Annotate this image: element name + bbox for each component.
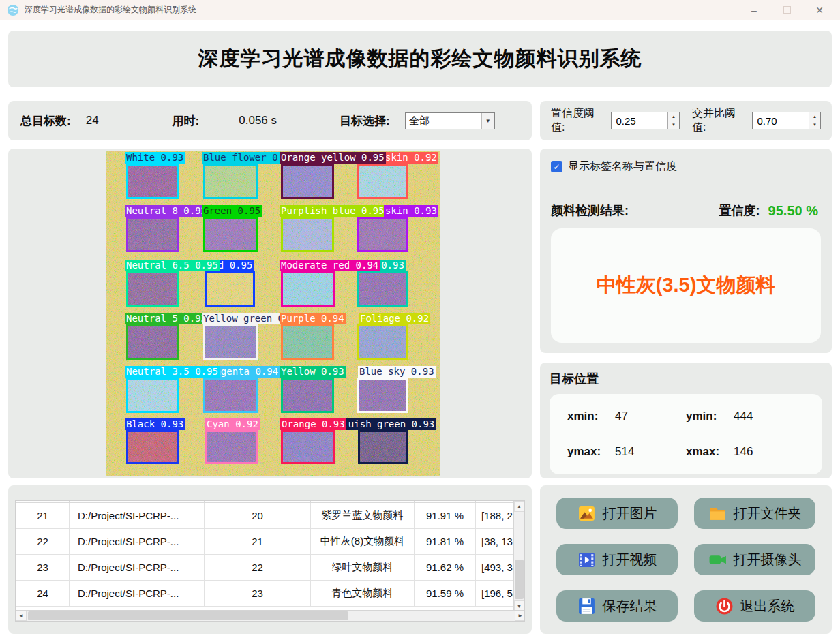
detection-box — [126, 324, 179, 360]
detection-box — [358, 430, 408, 464]
target-position-panel: 目标位置 xmin: 47 ymin: 444 ymax: 514 xmax: … — [540, 363, 832, 478]
ymax-field: ymax: 514 — [567, 443, 686, 461]
table-row[interactable]: 22D:/Project/SI-PCRP-...21中性灰(8)文物颜料91.8… — [16, 528, 515, 554]
detection-label: Purplish blue 0.95 — [280, 205, 386, 217]
detection-box — [281, 324, 334, 360]
ymin-value: 444 — [734, 410, 753, 423]
iou-spin-down-icon[interactable]: ▼ — [809, 121, 820, 129]
vertical-scroll-thumb[interactable] — [515, 560, 524, 599]
detection-label: Cyan 0.92 — [205, 418, 260, 430]
xmin-value: 47 — [615, 410, 628, 423]
detection-box — [357, 217, 408, 252]
detection-label: Moderate red 0.94 — [280, 260, 380, 271]
detection-label: Purple 0.94 — [280, 313, 346, 324]
table-row[interactable]: 21D:/Project/SI-PCRP-...20紫罗兰蓝文物颜料91.91 … — [16, 502, 515, 528]
xmin-label: xmin: — [567, 410, 615, 423]
detection-image: White 0.93Blue flower 0.94Orange yellow … — [106, 151, 440, 476]
detection-box — [203, 217, 258, 252]
horizontal-scrollbar[interactable]: ◄ ► — [16, 610, 525, 621]
xmax-value: 146 — [734, 445, 753, 459]
open-folder-button[interactable]: 打开文件夹 — [694, 498, 815, 529]
open-camera-button[interactable]: 打开摄像头 — [694, 544, 815, 575]
save-icon — [578, 597, 596, 615]
result-display-box: 中性灰(3.5)文物颜料 — [551, 228, 821, 343]
iou-spin-up-icon[interactable]: ▲ — [809, 112, 820, 121]
xmin-field: xmin: 47 — [567, 408, 686, 425]
open-image-button[interactable]: 打开图片 — [556, 498, 678, 529]
target-select-value: 全部 — [406, 114, 481, 127]
close-button[interactable]: ✕ — [806, 1, 833, 19]
iou-threshold-spinbox[interactable]: ▲ ▼ — [752, 112, 821, 129]
page-title: 深度学习光谱成像数据的彩绘文物颜料识别系统 — [198, 45, 642, 73]
detection-label: White 0.93 — [125, 152, 185, 164]
open-folder-label: 打开文件夹 — [734, 504, 802, 523]
detection-box — [281, 430, 335, 464]
scroll-left-icon[interactable]: ◄ — [16, 611, 27, 621]
detection-result-panel: ✓ 显示标签名称与置信度 颜料检测结果: 置信度: 95.50 % 中性灰(3.… — [540, 149, 832, 353]
ymax-value: 514 — [615, 445, 634, 459]
conf-threshold-label: 置信度阈值: — [551, 106, 604, 135]
detection-box — [203, 324, 258, 360]
open-video-label: 打开视频 — [603, 551, 657, 569]
open-image-label: 打开图片 — [603, 504, 657, 523]
maximize-button[interactable] — [773, 1, 800, 19]
result-label: 颜料检测结果: — [551, 202, 629, 219]
xmax-label: xmax: — [686, 445, 734, 459]
total-targets-label: 总目标数: — [20, 113, 71, 129]
video-icon — [578, 551, 596, 569]
title-bar: 深度学习光谱成像数据的彩绘文物颜料识别系统 – ✕ — [0, 0, 840, 20]
results-table: 序号 文件路径 目标编号 类别 置信度 坐标位置 21D:/Project/SI… — [16, 501, 515, 607]
detection-box — [205, 430, 258, 464]
conf-threshold-input[interactable] — [612, 112, 668, 129]
target-select-dropdown[interactable]: 全部 ▼ — [405, 112, 495, 129]
table-row[interactable]: 23D:/Project/SI-PCRP-...22绿叶文物颜料91.62 %[… — [16, 554, 515, 580]
minimize-button[interactable]: – — [740, 1, 768, 19]
detection-label: Neutral 8 0.92 — [125, 205, 208, 217]
detection-box — [281, 378, 334, 413]
result-text: 中性灰(3.5)文物颜料 — [597, 272, 776, 299]
total-targets-value: 24 — [86, 114, 99, 127]
header-banner: 深度学习光谱成像数据的彩绘文物颜料识别系统 — [8, 31, 832, 87]
scroll-right-icon[interactable]: ► — [515, 611, 525, 621]
detection-label: Bluish green 0.93 — [335, 418, 436, 430]
conf-spin-down-icon[interactable]: ▼ — [668, 121, 679, 129]
exit-system-label: 退出系统 — [740, 597, 795, 615]
table-row[interactable]: 24D:/Project/SI-PCRP-...23青色文物颜料91.59 %[… — [16, 580, 515, 606]
detection-label: Foliage 0.92 — [359, 313, 430, 324]
image-icon — [578, 504, 596, 523]
conf-spin-up-icon[interactable]: ▲ — [668, 112, 679, 121]
detection-box — [357, 324, 408, 360]
ymax-label: ymax: — [567, 445, 615, 459]
show-labels-checkbox[interactable]: ✓ — [551, 161, 562, 172]
scroll-up-icon[interactable]: ▲ — [514, 501, 524, 512]
conf-threshold-spinbox[interactable]: ▲ ▼ — [611, 112, 680, 129]
iou-threshold-input[interactable] — [753, 112, 809, 129]
image-panel: White 0.93Blue flower 0.94Orange yellow … — [8, 149, 532, 478]
actions-panel: 打开图片 打开文件夹 打开视频 打开摄像头 — [540, 485, 832, 634]
threshold-bar: 置信度阈值: ▲ ▼ 交并比阈值: ▲ ▼ — [540, 101, 832, 140]
ymin-label: ymin: — [686, 410, 734, 423]
target-position-title: 目标位置 — [550, 371, 822, 387]
camera-icon — [708, 551, 727, 569]
open-video-button[interactable]: 打开视频 — [556, 544, 678, 575]
confidence-label: 置信度: — [719, 202, 760, 219]
app-icon — [7, 4, 19, 16]
detection-label: Yellow 0.93 — [280, 366, 346, 378]
results-table-panel: 序号 文件路径 目标编号 类别 置信度 坐标位置 21D:/Project/SI… — [8, 485, 532, 634]
vertical-scrollbar[interactable]: ▲ ▼ — [513, 501, 524, 611]
show-labels-label: 显示标签名称与置信度 — [568, 159, 677, 174]
exit-system-button[interactable]: 退出系统 — [694, 590, 815, 622]
detection-label: Neutral 3.5 0.95 — [125, 366, 220, 378]
detection-label: Neutral 6.5 0.95 — [125, 260, 220, 271]
detection-box — [357, 271, 408, 307]
detection-box — [281, 217, 334, 252]
detection-label: Black 0.93 — [125, 418, 185, 430]
horizontal-scroll-thumb[interactable] — [28, 611, 348, 620]
chevron-down-icon[interactable]: ▼ — [481, 113, 494, 129]
power-icon — [715, 597, 734, 615]
detection-label: Orange yellow 0.95 — [280, 152, 386, 164]
save-results-button[interactable]: 保存结果 — [556, 590, 678, 622]
open-camera-label: 打开摄像头 — [734, 551, 802, 569]
detection-box — [126, 378, 179, 413]
detection-box — [357, 164, 408, 199]
